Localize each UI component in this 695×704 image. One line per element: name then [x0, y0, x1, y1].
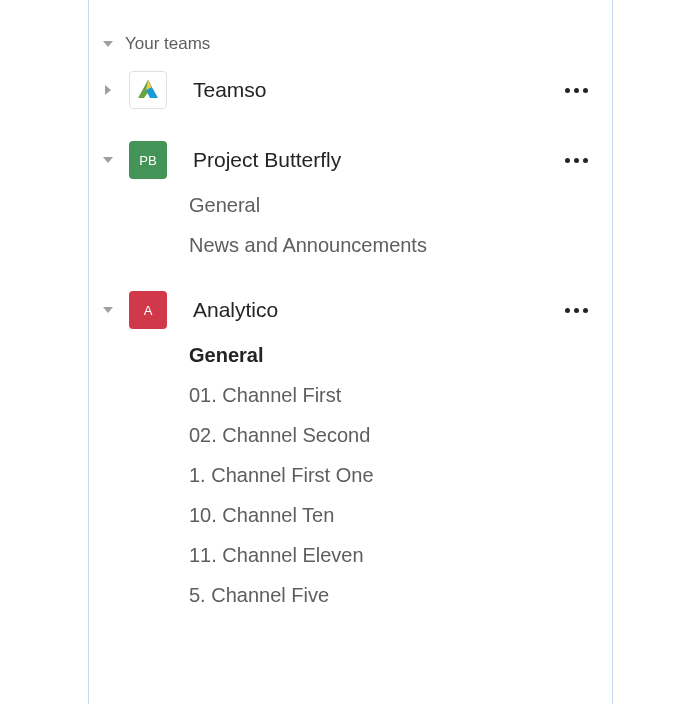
- more-options-icon[interactable]: [561, 154, 592, 167]
- channel-item[interactable]: 11. Channel Eleven: [189, 536, 592, 576]
- caret-right-icon: [105, 85, 111, 95]
- team-block: A Analytico General 01. Channel First 02…: [103, 284, 592, 616]
- team-name: Teamso: [193, 78, 551, 102]
- caret-slot: [103, 307, 113, 313]
- team-block: PB Project Butterfly General News and An…: [103, 134, 592, 266]
- avatar-text: PB: [139, 153, 156, 168]
- section-header-your-teams[interactable]: Your teams: [103, 30, 592, 64]
- channel-list: General 01. Channel First 02. Channel Se…: [189, 336, 592, 616]
- team-row-project-butterfly[interactable]: PB Project Butterfly: [103, 134, 592, 186]
- team-avatar-initials: A: [129, 291, 167, 329]
- team-name: Analytico: [193, 298, 551, 322]
- team-avatar-initials: PB: [129, 141, 167, 179]
- caret-slot: [103, 157, 113, 163]
- teamso-logo-icon: [134, 76, 162, 104]
- teams-panel: Your teams Teamso: [88, 0, 613, 704]
- channel-item-general[interactable]: General: [189, 336, 592, 376]
- channel-item[interactable]: 1. Channel First One: [189, 456, 592, 496]
- channel-item-general[interactable]: General: [189, 186, 592, 226]
- channel-item[interactable]: 01. Channel First: [189, 376, 592, 416]
- channel-item[interactable]: 10. Channel Ten: [189, 496, 592, 536]
- caret-down-icon: [103, 41, 113, 47]
- team-avatar-logo: [129, 71, 167, 109]
- channel-list: General News and Announcements: [189, 186, 592, 266]
- channel-item-news[interactable]: News and Announcements: [189, 226, 592, 266]
- caret-down-icon: [103, 307, 113, 313]
- team-row-analytico[interactable]: A Analytico: [103, 284, 592, 336]
- channel-item[interactable]: 5. Channel Five: [189, 576, 592, 616]
- caret-slot: [103, 85, 113, 95]
- channel-item[interactable]: 02. Channel Second: [189, 416, 592, 456]
- section-label: Your teams: [125, 34, 210, 54]
- team-name: Project Butterfly: [193, 148, 551, 172]
- team-row-teamso[interactable]: Teamso: [103, 64, 592, 116]
- more-options-icon[interactable]: [561, 84, 592, 97]
- team-block: Teamso: [103, 64, 592, 116]
- avatar-text: A: [144, 303, 153, 318]
- caret-down-icon: [103, 157, 113, 163]
- more-options-icon[interactable]: [561, 304, 592, 317]
